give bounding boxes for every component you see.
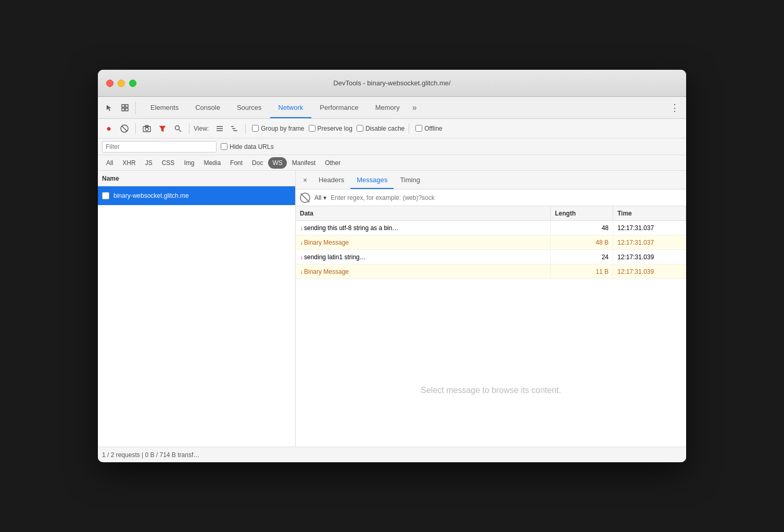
msg-tab-headers[interactable]: Headers [312,171,350,189]
tab-elements[interactable]: Elements [142,97,187,118]
tab-console[interactable]: Console [187,97,229,118]
tab-memory[interactable]: Memory [367,97,408,118]
type-all[interactable]: All [102,157,117,169]
hide-data-urls-label: Hide data URLs [230,143,274,150]
tab-bar: Elements Console Sources Network Perform… [98,97,686,119]
more-tabs-button[interactable]: » [408,103,421,112]
clear-button[interactable] [118,122,131,135]
type-ws[interactable]: WS [268,157,286,169]
toolbar-divider-4 [409,123,409,134]
td-time-3: 12:17:31.039 [613,250,686,264]
th-data: Data [296,206,551,220]
messages-tabs: × Headers Messages Timing [296,171,686,189]
type-css[interactable]: CSS [158,157,179,169]
kebab-menu-button[interactable]: ⋮ [667,100,682,115]
type-xhr[interactable]: XHR [118,157,140,169]
messages-filter: All ▾ [296,189,686,206]
view-label: View: [194,125,209,132]
messages-table: Data Length Time ↓ sending this utf-8 st… [296,206,686,447]
waterfall-view-icon[interactable] [227,122,241,135]
filter-type-select[interactable]: All ▾ [314,194,326,201]
close-detail-button[interactable]: × [300,175,310,185]
type-js[interactable]: JS [141,157,157,169]
main-tabs: Elements Console Sources Network Perform… [142,97,667,118]
status-bar: 1 / 2 requests | 0 B / 714 B transf… [98,447,686,462]
minimize-button[interactable] [118,80,125,87]
requests-panel: Name binary-websocket.glitch.me [98,171,296,447]
table-row[interactable]: ↓ Binary Message 48 B 12:17:31.037 [296,235,686,250]
preserve-log-label: Preserve log [318,125,352,132]
offline-checkbox[interactable] [415,125,422,132]
toolbar-divider-3 [245,123,246,134]
hide-data-urls-option: Hide data URLs [221,143,274,150]
requests-header: Name [98,171,295,186]
th-length: Length [551,206,613,220]
table-row[interactable]: ↓ sending this utf-8 string as a bin… 48… [296,221,686,235]
svg-rect-1 [125,105,128,107]
messages-filter-input[interactable] [331,192,682,204]
filter-icon[interactable] [156,122,169,135]
type-doc[interactable]: Doc [248,157,267,169]
table-header: Data Length Time [296,206,686,221]
messages-panel: × Headers Messages Timing All ▾ [296,171,686,447]
cursor-icon[interactable] [102,100,117,115]
window-title: DevTools - binary-websocket.glitch.me/ [333,79,450,87]
preserve-log-checkbox[interactable] [309,125,315,132]
arrow-down-icon: ↓ [300,268,303,275]
svg-line-5 [122,126,127,131]
arrow-down-icon: ↓ [300,254,303,261]
group-by-frame-option: Group by frame [252,125,304,132]
table-row[interactable]: ↓ Binary Message 11 B 12:17:31.039 [296,264,686,279]
msg-tab-messages[interactable]: Messages [350,171,394,189]
search-icon[interactable] [171,122,185,135]
devtools-window: DevTools - binary-websocket.glitch.me/ [98,70,686,462]
svg-point-10 [175,125,180,130]
type-other[interactable]: Other [321,157,345,169]
traffic-lights [106,80,136,87]
list-view-icon[interactable] [213,122,226,135]
type-img[interactable]: Img [180,157,198,169]
record-button[interactable]: ● [102,122,116,135]
hide-data-urls-checkbox[interactable] [221,143,227,150]
request-item[interactable]: binary-websocket.glitch.me [98,186,295,205]
table-row[interactable]: ↓ sending latin1 string… 24 12:17:31.039 [296,250,686,264]
arrow-down-icon: ↓ [300,224,303,232]
tab-sources[interactable]: Sources [229,97,270,118]
tab-bar-divider [135,102,136,114]
td-length-1: 48 [551,221,613,235]
tab-performance[interactable]: Performance [311,97,366,118]
td-time-4: 12:17:31.039 [613,264,686,278]
offline-option: Offline [415,125,442,132]
requests-list: binary-websocket.glitch.me [98,186,295,447]
type-filter-bar: All XHR JS CSS Img Media Font Doc WS Man… [98,155,686,171]
status-text: 1 / 2 requests | 0 B / 714 B transf… [102,451,199,459]
type-font[interactable]: Font [226,157,247,169]
td-data-4: ↓ Binary Message [296,264,551,278]
arrow-down-icon: ↓ [300,239,303,246]
msg-tab-timing[interactable]: Timing [394,171,426,189]
camera-icon[interactable] [140,122,154,135]
filter-input[interactable] [102,141,217,153]
td-data-2: ↓ Binary Message [296,235,551,249]
devtools-icons [102,100,138,115]
group-by-frame-label: Group by frame [261,125,304,132]
type-media[interactable]: Media [199,157,225,169]
request-item-icon [102,192,109,199]
tab-network[interactable]: Network [270,97,312,118]
network-toolbar: ● View: [98,119,686,138]
no-filter-icon [300,193,310,203]
td-time-1: 12:17:31.037 [613,221,686,235]
svg-rect-2 [122,108,124,111]
inspect-icon[interactable] [118,100,132,115]
type-manifest[interactable]: Manifest [288,157,320,169]
svg-rect-3 [125,108,128,111]
group-by-frame-checkbox[interactable] [252,125,259,132]
maximize-button[interactable] [129,80,136,87]
offline-label: Offline [424,125,442,132]
svg-line-11 [179,130,181,132]
td-data-3: ↓ sending latin1 string… [296,250,551,264]
close-button[interactable] [106,80,113,87]
title-bar: DevTools - binary-websocket.glitch.me/ [98,70,686,97]
disable-cache-checkbox[interactable] [357,125,363,132]
view-icons [213,122,241,135]
